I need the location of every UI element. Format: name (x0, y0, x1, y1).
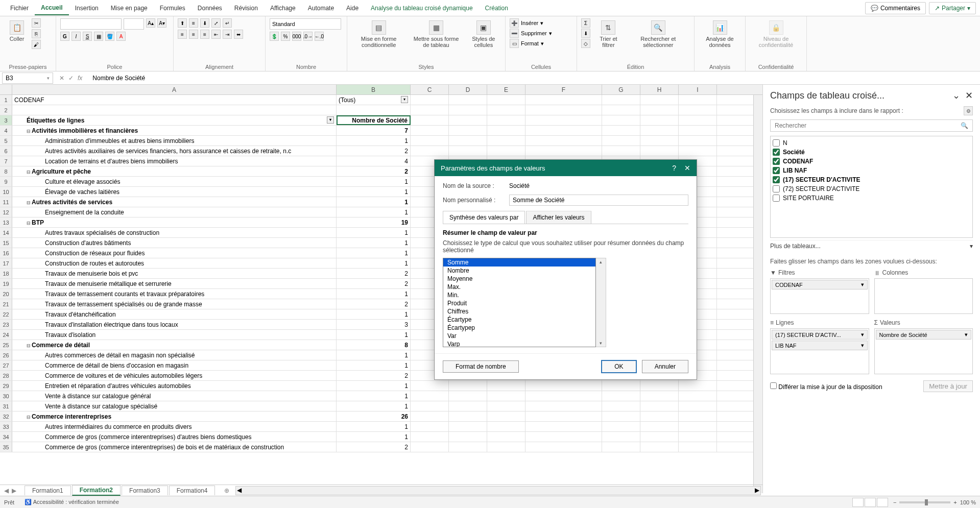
name-box[interactable]: B3▾ (2, 72, 53, 84)
tab-creation[interactable]: Création (479, 2, 514, 15)
cell[interactable] (525, 105, 602, 115)
cut-icon[interactable]: ✂ (32, 18, 41, 28)
cell[interactable] (525, 391, 602, 401)
field-list[interactable]: NSociétéCODENAFLIB NAF(17) SECTEUR D'ACT… (770, 136, 973, 238)
cell[interactable] (411, 401, 449, 411)
cell[interactable] (411, 381, 449, 391)
row-chip-1[interactable]: (17) SECTEUR D'ACTIV...▾ (772, 330, 868, 340)
cell[interactable]: Culture et élevage associés (12, 177, 337, 186)
cell[interactable]: Enseignement de la conduite (12, 207, 337, 217)
cell[interactable] (449, 412, 487, 421)
cell[interactable] (449, 381, 487, 391)
cell[interactable]: 1 (337, 432, 411, 442)
cell[interactable] (640, 136, 679, 146)
filters-zone[interactable]: CODENAF▾ (770, 278, 869, 314)
cancel-button[interactable]: Annuler (642, 360, 688, 373)
cell[interactable]: Construction d'autres bâtiments (12, 238, 337, 248)
row-header[interactable]: 27 (0, 360, 12, 370)
bold-icon[interactable]: G (60, 32, 69, 41)
cell[interactable]: Autres intermédiaires du commerce en pro… (12, 422, 337, 431)
cell[interactable]: Entretien et réparation d'autres véhicul… (12, 381, 337, 391)
decrease-decimal-icon[interactable]: ←.0 (315, 32, 324, 41)
cell[interactable] (449, 391, 487, 401)
row-header[interactable]: 35 (0, 442, 12, 452)
format-button[interactable]: ▭Format ▾ (510, 39, 544, 48)
zoom-in-icon[interactable]: + (953, 499, 957, 505)
field-item[interactable]: SITE PORTUAIRE (773, 193, 970, 203)
row-header[interactable]: 14 (0, 228, 12, 237)
cell[interactable] (640, 146, 679, 156)
align-center-icon[interactable]: ≡ (189, 30, 198, 39)
cell[interactable]: 1 (337, 422, 411, 431)
page-break-view-icon[interactable] (877, 498, 888, 507)
sheet-nav-next-icon[interactable]: ▶ (12, 487, 16, 494)
row-header[interactable]: 30 (0, 391, 12, 401)
cell[interactable] (602, 412, 640, 421)
sheet-nav-prev-icon[interactable]: ◀ (4, 487, 9, 494)
cell[interactable]: Commerce de voitures et de véhicules aut… (12, 371, 337, 380)
cell[interactable]: 1 (337, 401, 411, 411)
cell[interactable]: 2 (337, 166, 411, 176)
tab-insertion[interactable]: Insertion (69, 2, 105, 15)
horizontal-scrollbar[interactable]: ◀▶ (235, 486, 761, 495)
cell[interactable] (487, 412, 525, 421)
cell[interactable]: Construction de routes et autoroutes (12, 258, 337, 268)
sheet-tab[interactable]: Formation4 (169, 486, 216, 495)
cell[interactable] (411, 105, 449, 115)
cell[interactable] (602, 115, 640, 125)
row-header[interactable]: 19 (0, 279, 12, 288)
insert-button[interactable]: ➕Insérer ▾ (510, 18, 543, 28)
cell[interactable]: 3 (337, 320, 411, 329)
value-chip-1[interactable]: Nombre de Société▾ (876, 330, 972, 340)
col-header-B[interactable]: B (337, 85, 411, 94)
cell[interactable] (640, 105, 679, 115)
cell[interactable] (640, 422, 679, 431)
row-header[interactable]: 12 (0, 207, 12, 217)
row-header[interactable]: 15 (0, 238, 12, 248)
align-right-icon[interactable]: ≡ (200, 30, 209, 39)
cell[interactable] (679, 115, 717, 125)
cell[interactable]: ⊟Activités immobilières et financières (12, 126, 337, 135)
tab-automate[interactable]: Automate (302, 2, 340, 15)
calc-option[interactable]: Varp (443, 340, 595, 347)
cell[interactable] (487, 126, 525, 135)
align-left-icon[interactable]: ≡ (178, 30, 187, 39)
row-header[interactable]: 32 (0, 412, 12, 421)
cell[interactable] (525, 432, 602, 442)
cell[interactable]: Autres commerces de détail en magasin no… (12, 350, 337, 360)
search-input[interactable] (775, 122, 961, 129)
cell[interactable]: 1 (337, 197, 411, 207)
row-header[interactable]: 24 (0, 330, 12, 340)
row-header[interactable]: 1 (0, 95, 12, 105)
cell[interactable] (449, 401, 487, 411)
cell[interactable] (337, 105, 411, 115)
cell[interactable]: 1 (337, 136, 411, 146)
cell[interactable]: 1 (337, 258, 411, 268)
dialog-tab-show[interactable]: Afficher les valeurs (526, 211, 591, 224)
tab-analyse-tcd[interactable]: Analyse du tableau croisé dynamique (365, 2, 479, 15)
row-chip-2[interactable]: LIB NAF▾ (772, 341, 868, 350)
cell[interactable]: Construction de réseaux pour fluides (12, 248, 337, 258)
cell[interactable]: 26 (337, 412, 411, 421)
row-header[interactable]: 11 (0, 197, 12, 207)
cell[interactable]: 1 (337, 360, 411, 370)
cell[interactable]: 1 (337, 238, 411, 248)
cell[interactable]: Travaux de terrassement spécialisés ou d… (12, 299, 337, 309)
col-header-D[interactable]: D (449, 85, 487, 94)
cell[interactable]: Élevage de vaches laitières (12, 187, 337, 197)
pane-settings-icon[interactable]: ⚙ (964, 106, 973, 115)
cell[interactable] (602, 442, 640, 452)
cell[interactable] (679, 126, 717, 135)
font-select[interactable] (60, 18, 122, 30)
cell[interactable]: Administration d'immeubles et autres bie… (12, 136, 337, 146)
cell[interactable] (525, 126, 602, 135)
align-top-icon[interactable]: ⬆ (178, 18, 187, 28)
cell[interactable]: Vente à distance sur catalogue général (12, 391, 337, 401)
zoom-level[interactable]: 100 % (960, 499, 976, 505)
cell[interactable] (640, 381, 679, 391)
orientation-icon[interactable]: ⤢ (211, 18, 221, 28)
cell[interactable] (487, 432, 525, 442)
cell[interactable]: 7 (337, 126, 411, 135)
cell[interactable]: Location de terrains et d'autres biens i… (12, 156, 337, 166)
cell[interactable] (602, 391, 640, 401)
